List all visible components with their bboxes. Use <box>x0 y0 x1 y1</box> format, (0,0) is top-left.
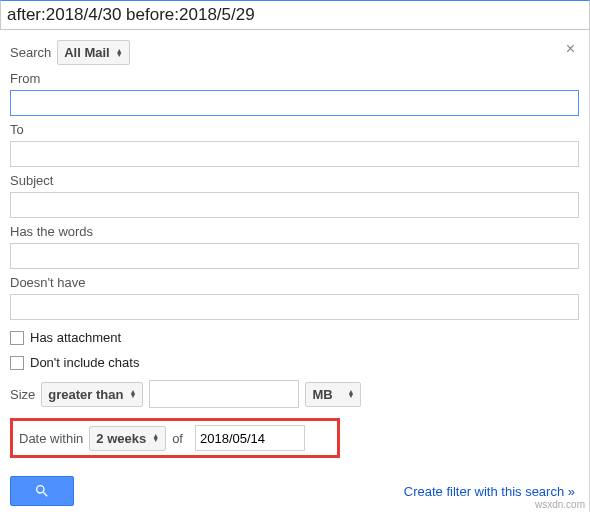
from-label: From <box>10 71 579 86</box>
date-of-label: of <box>172 431 183 446</box>
search-label: Search <box>10 45 51 60</box>
subject-row: Subject <box>10 173 579 218</box>
close-icon[interactable]: × <box>566 40 575 58</box>
dont-include-chats-row[interactable]: Don't include chats <box>10 355 579 370</box>
doesnt-have-label: Doesn't have <box>10 275 579 290</box>
size-label: Size <box>10 387 35 402</box>
doesnt-have-input[interactable] <box>10 294 579 320</box>
dont-include-chats-checkbox[interactable] <box>10 356 24 370</box>
from-row: From <box>10 71 579 116</box>
search-query-text: after:2018/4/30 before:2018/5/29 <box>7 5 255 24</box>
footer-row: Create filter with this search » <box>10 476 579 506</box>
size-value-input[interactable] <box>149 380 299 408</box>
size-row: Size greater than ▲▼ MB ▲▼ <box>10 380 579 408</box>
date-within-row: Date within 2 weeks ▲▼ of <box>10 418 340 458</box>
search-icon <box>34 483 50 499</box>
doesnt-have-row: Doesn't have <box>10 275 579 320</box>
subject-label: Subject <box>10 173 579 188</box>
size-unit-select[interactable]: MB ▲▼ <box>305 382 361 407</box>
has-words-row: Has the words <box>10 224 579 269</box>
search-scope-row: Search All Mail ▲▼ <box>10 40 579 65</box>
chevron-updown-icon: ▲▼ <box>129 390 136 398</box>
date-range-select[interactable]: 2 weeks ▲▼ <box>89 426 166 451</box>
chevron-updown-icon: ▲▼ <box>152 434 159 442</box>
watermark-text: wsxdn.com <box>535 499 585 510</box>
size-op-value: greater than <box>48 387 123 402</box>
to-input[interactable] <box>10 141 579 167</box>
has-attachment-checkbox[interactable] <box>10 331 24 345</box>
search-scope-value: All Mail <box>64 45 110 60</box>
date-range-value: 2 weeks <box>96 431 146 446</box>
size-unit-value: MB <box>312 387 332 402</box>
has-attachment-row[interactable]: Has attachment <box>10 330 579 345</box>
size-op-select[interactable]: greater than ▲▼ <box>41 382 143 407</box>
chevron-updown-icon: ▲▼ <box>116 49 123 57</box>
create-filter-link[interactable]: Create filter with this search » <box>404 484 575 499</box>
search-options-panel: × Search All Mail ▲▼ From To Subject Has… <box>0 30 590 512</box>
from-input[interactable] <box>10 90 579 116</box>
dont-include-chats-label: Don't include chats <box>30 355 139 370</box>
subject-input[interactable] <box>10 192 579 218</box>
chevron-updown-icon: ▲▼ <box>347 390 354 398</box>
date-of-input[interactable] <box>195 425 305 451</box>
search-button[interactable] <box>10 476 74 506</box>
to-row: To <box>10 122 579 167</box>
date-within-label: Date within <box>19 431 83 446</box>
to-label: To <box>10 122 579 137</box>
has-words-input[interactable] <box>10 243 579 269</box>
search-scope-select[interactable]: All Mail ▲▼ <box>57 40 129 65</box>
search-query-bar[interactable]: after:2018/4/30 before:2018/5/29 <box>0 0 590 30</box>
has-attachment-label: Has attachment <box>30 330 121 345</box>
has-words-label: Has the words <box>10 224 579 239</box>
